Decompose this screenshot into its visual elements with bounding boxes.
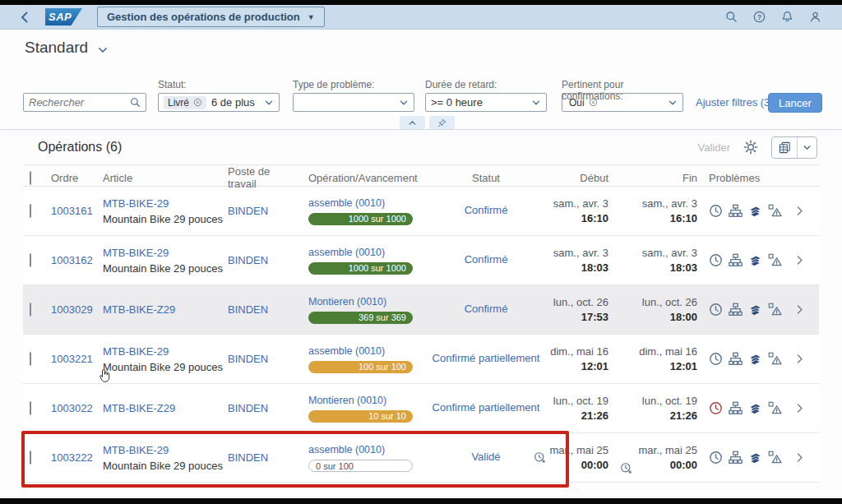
row-navigation-chevron-icon[interactable] [780, 255, 819, 266]
workcenter-link[interactable]: BINDEN [223, 451, 298, 464]
article-link[interactable]: MTB-BIKE-29 [103, 247, 223, 259]
column-header-debut[interactable]: Début [549, 172, 615, 184]
chevron-down-icon[interactable] [399, 98, 409, 108]
column-header-problemes[interactable]: Problèmes [704, 172, 780, 184]
table-row[interactable]: 1003162 MTB-BIKE-29 Mountain Bike 29 pou… [23, 236, 819, 285]
layers-icon[interactable] [748, 352, 762, 366]
row-checkbox[interactable] [30, 352, 31, 366]
filter-type-combobox[interactable] [293, 93, 414, 112]
delay-clock-icon[interactable] [709, 253, 723, 267]
row-checkbox[interactable] [30, 204, 31, 218]
settings-gear-icon[interactable] [743, 140, 758, 155]
row-navigation-chevron-icon[interactable] [780, 354, 819, 364]
pin-header-button[interactable] [429, 116, 455, 129]
table-row[interactable]: 1003161 MTB-BIKE-29 Mountain Bike 29 pou… [23, 187, 819, 236]
layers-icon[interactable] [748, 253, 762, 267]
profile-icon[interactable] [809, 11, 821, 23]
adapt-filters-link[interactable]: Ajuster filtres (3) [696, 96, 774, 109]
article-link[interactable]: MTB-BIKE-Z29 [103, 303, 223, 316]
order-link[interactable]: 1003029 [46, 303, 98, 316]
variant-selector[interactable]: Standard [25, 39, 109, 57]
sitemap-icon[interactable] [729, 401, 743, 415]
order-link[interactable]: 1003221 [46, 353, 98, 365]
workcenter-link[interactable]: BINDEN [223, 303, 298, 316]
layers-icon[interactable] [748, 204, 762, 218]
operation-link[interactable]: assemble (0010) [308, 444, 423, 455]
row-navigation-chevron-icon[interactable] [780, 206, 819, 216]
delay-clock-icon[interactable] [709, 204, 723, 218]
table-row[interactable]: 1003222 MTB-BIKE-29 Mountain Bike 29 pou… [23, 433, 819, 483]
filter-statut-more: 6 de plus [211, 96, 255, 109]
column-header-poste[interactable]: Poste de travail [223, 165, 298, 190]
token-remove-icon[interactable] [193, 98, 202, 107]
operation-link[interactable]: assemble (0010) [308, 247, 423, 258]
operation-link[interactable]: Montieren (0010) [308, 296, 423, 307]
sitemap-icon[interactable] [729, 451, 743, 465]
workcenter-link[interactable]: BINDEN [223, 353, 298, 365]
row-navigation-chevron-icon[interactable] [780, 452, 819, 463]
order-link[interactable]: 1003222 [46, 451, 98, 464]
order-link[interactable]: 1003162 [46, 254, 98, 266]
app-title-menu[interactable]: Gestion des opérations de production ▼ [97, 7, 325, 27]
go-button[interactable]: Lancer [768, 93, 822, 113]
chevron-down-icon[interactable] [264, 98, 274, 108]
layers-icon[interactable] [748, 303, 762, 317]
search-input[interactable]: Rechercher [23, 93, 146, 112]
filter-pertinent-token[interactable]: Oui [567, 96, 602, 109]
table-row[interactable]: 1003029 MTB-BIKE-Z29 BINDEN Montieren (0… [23, 285, 819, 335]
row-navigation-chevron-icon[interactable] [780, 304, 819, 315]
row-checkbox[interactable] [30, 451, 31, 465]
chevron-down-icon[interactable] [531, 98, 541, 108]
export-icon[interactable] [772, 137, 798, 158]
workcenter-link[interactable]: BINDEN [223, 205, 298, 217]
order-link[interactable]: 1003161 [46, 205, 98, 217]
operation-link[interactable]: Montieren (0010) [308, 395, 423, 406]
sitemap-icon[interactable] [729, 204, 743, 218]
table-row[interactable]: 1003022 MTB-BIKE-Z29 BINDEN Montieren (0… [23, 384, 819, 433]
notifications-bell-icon[interactable] [781, 11, 793, 23]
search-icon[interactable] [725, 11, 738, 23]
workcenter-link[interactable]: BINDEN [223, 402, 298, 414]
select-all-checkbox[interactable] [30, 171, 31, 185]
article-link[interactable]: MTB-BIKE-29 [103, 444, 223, 456]
operation-cell: Montieren (0010) 10 sur 10 [298, 395, 423, 423]
article-link[interactable]: MTB-BIKE-29 [103, 345, 223, 358]
row-checkbox[interactable] [30, 253, 31, 267]
layers-icon[interactable] [748, 401, 762, 415]
article-link[interactable]: MTB-BIKE-Z29 [103, 402, 223, 414]
column-header-article[interactable]: Article [98, 172, 223, 184]
delay-clock-icon[interactable] [709, 451, 723, 465]
help-icon[interactable] [753, 11, 766, 23]
column-header-operation[interactable]: Opération/Avancement [298, 172, 423, 184]
filter-duree-combobox[interactable]: >= 0 heure [425, 93, 547, 112]
delay-clock-icon[interactable] [709, 401, 723, 415]
back-icon[interactable] [18, 11, 31, 24]
column-header-fin[interactable]: Fin [615, 172, 704, 184]
column-header-ordre[interactable]: Ordre [46, 172, 98, 184]
sitemap-icon[interactable] [729, 303, 743, 317]
collapse-header-button[interactable] [400, 116, 425, 129]
delay-clock-icon[interactable] [709, 303, 723, 317]
order-link[interactable]: 1003022 [46, 402, 98, 414]
filter-statut-combobox[interactable]: Livré 6 de plus [158, 93, 280, 112]
sitemap-icon[interactable] [729, 253, 743, 267]
layers-icon[interactable] [748, 451, 762, 465]
validate-button[interactable]: Valider [697, 141, 730, 154]
column-header-statut[interactable]: Statut [423, 172, 549, 184]
workcenter-link[interactable]: BINDEN [223, 254, 298, 266]
operation-link[interactable]: assemble (0010) [308, 197, 423, 209]
search-icon[interactable] [130, 97, 141, 108]
progress-bar: 369 sur 369 [308, 312, 413, 324]
row-navigation-chevron-icon[interactable] [780, 403, 819, 414]
filter-statut-token[interactable]: Livré [164, 96, 206, 109]
sitemap-icon[interactable] [729, 352, 743, 366]
export-menu-chevron-icon[interactable] [798, 137, 817, 158]
row-checkbox[interactable] [30, 401, 31, 415]
chevron-down-icon[interactable] [668, 98, 678, 108]
table-row[interactable]: 1003221 MTB-BIKE-29 Mountain Bike 29 pou… [23, 335, 819, 384]
token-remove-icon[interactable] [589, 98, 598, 107]
article-link[interactable]: MTB-BIKE-29 [103, 197, 223, 210]
delay-clock-icon[interactable] [709, 352, 723, 366]
row-checkbox[interactable] [30, 303, 31, 317]
operation-link[interactable]: assemble (0010) [308, 345, 423, 357]
